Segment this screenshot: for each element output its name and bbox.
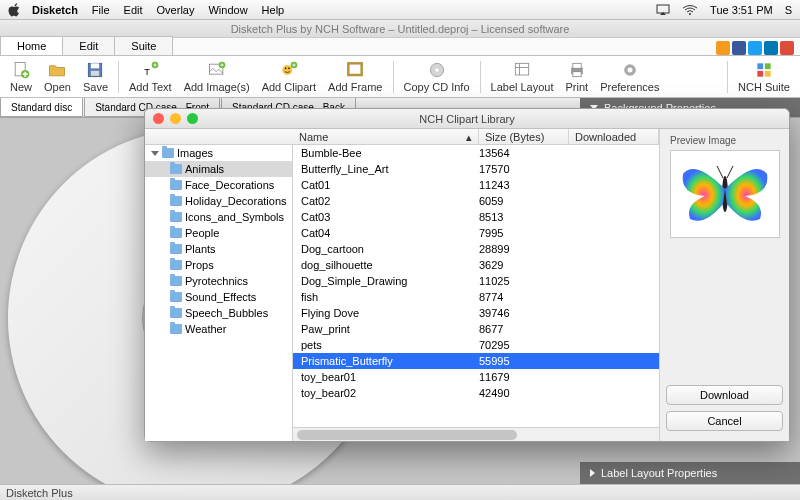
folder-icon bbox=[170, 292, 182, 302]
folder-icon bbox=[170, 276, 182, 286]
list-row[interactable]: toy_bear0242490 bbox=[293, 385, 659, 401]
save-button[interactable]: Save bbox=[77, 57, 114, 97]
minimize-icon[interactable] bbox=[170, 113, 181, 124]
tree-item[interactable]: Animals bbox=[145, 161, 292, 177]
tab-home[interactable]: Home bbox=[0, 36, 63, 55]
list-row[interactable]: Cat038513 bbox=[293, 209, 659, 225]
list-row[interactable]: Cat026059 bbox=[293, 193, 659, 209]
folder-icon bbox=[170, 164, 182, 174]
label-layout-button[interactable]: Label Layout bbox=[485, 57, 560, 97]
list-row[interactable]: toy_bear0111679 bbox=[293, 369, 659, 385]
doctab-disc[interactable]: Standard disc bbox=[0, 98, 83, 117]
gplus-icon[interactable] bbox=[780, 41, 794, 55]
menu-overlay[interactable]: Overlay bbox=[157, 4, 195, 16]
apple-icon bbox=[8, 3, 22, 17]
airplay-icon[interactable] bbox=[656, 4, 670, 16]
tree-item[interactable]: Pyrotechnics bbox=[145, 273, 292, 289]
list-row[interactable]: Dog_Simple_Drawing11025 bbox=[293, 273, 659, 289]
list-row[interactable]: Prismatic_Butterfly55995 bbox=[293, 353, 659, 369]
horizontal-scrollbar[interactable] bbox=[293, 427, 659, 441]
list-body[interactable]: Bumble-Bee13564Butterfly_Line_Art17570Ca… bbox=[293, 145, 659, 427]
tree-item[interactable]: Weather bbox=[145, 321, 292, 337]
svg-rect-0 bbox=[657, 5, 669, 13]
open-button[interactable]: Open bbox=[38, 57, 77, 97]
mac-menubar: Disketch File Edit Overlay Window Help T… bbox=[0, 0, 800, 20]
folder-icon bbox=[170, 196, 182, 206]
folder-icon bbox=[162, 148, 174, 158]
svg-rect-24 bbox=[757, 63, 763, 69]
list-row[interactable]: Flying Dove39746 bbox=[293, 305, 659, 321]
nch-suite-button[interactable]: NCH Suite bbox=[732, 57, 796, 97]
zoom-icon[interactable] bbox=[187, 113, 198, 124]
linkedin-icon[interactable] bbox=[764, 41, 778, 55]
list-row[interactable]: Bumble-Bee13564 bbox=[293, 145, 659, 161]
tree-item[interactable]: Holiday_Decorations bbox=[145, 193, 292, 209]
like-icon[interactable] bbox=[716, 41, 730, 55]
menu-window[interactable]: Window bbox=[208, 4, 247, 16]
preview-image bbox=[670, 150, 780, 238]
menubar-user[interactable]: S bbox=[785, 4, 792, 16]
facebook-icon[interactable] bbox=[732, 41, 746, 55]
list-row[interactable]: fish8774 bbox=[293, 289, 659, 305]
tree-item[interactable]: Face_Decorations bbox=[145, 177, 292, 193]
list-row[interactable]: Paw_print8677 bbox=[293, 321, 659, 337]
list-row[interactable]: Butterfly_Line_Art17570 bbox=[293, 161, 659, 177]
svg-rect-20 bbox=[573, 63, 581, 68]
file-list: Name ▴ Size (Bytes) Downloaded Bumble-Be… bbox=[293, 129, 659, 441]
svg-rect-27 bbox=[765, 71, 771, 77]
menubar-clock[interactable]: Tue 3:51 PM bbox=[710, 4, 773, 16]
svg-line-30 bbox=[727, 166, 733, 178]
col-size[interactable]: Size (Bytes) bbox=[479, 129, 569, 144]
svg-rect-25 bbox=[765, 63, 771, 69]
menu-file[interactable]: File bbox=[92, 4, 110, 16]
tree-root[interactable]: Images bbox=[145, 145, 292, 161]
preferences-button[interactable]: Preferences bbox=[594, 57, 665, 97]
print-button[interactable]: Print bbox=[560, 57, 595, 97]
add-images-button[interactable]: Add Image(s) bbox=[178, 57, 256, 97]
chevron-right-icon bbox=[590, 469, 595, 477]
list-row[interactable]: pets70295 bbox=[293, 337, 659, 353]
ribbon-tabs: Home Edit Suite bbox=[0, 38, 800, 56]
social-icons bbox=[716, 41, 800, 55]
list-row[interactable]: dog_silhouette3629 bbox=[293, 257, 659, 273]
list-row[interactable]: Dog_cartoon28899 bbox=[293, 241, 659, 257]
add-clipart-button[interactable]: Add Clipart bbox=[256, 57, 322, 97]
tree-item[interactable]: Plants bbox=[145, 241, 292, 257]
svg-point-17 bbox=[435, 68, 438, 71]
list-row[interactable]: Cat047995 bbox=[293, 225, 659, 241]
preview-label: Preview Image bbox=[666, 135, 736, 146]
tab-edit[interactable]: Edit bbox=[62, 36, 115, 55]
add-frame-button[interactable]: Add Frame bbox=[322, 57, 388, 97]
folder-icon bbox=[170, 180, 182, 190]
category-tree[interactable]: Images AnimalsFace_DecorationsHoliday_De… bbox=[145, 129, 293, 441]
menu-help[interactable]: Help bbox=[262, 4, 285, 16]
twitter-icon[interactable] bbox=[748, 41, 762, 55]
wifi-icon[interactable] bbox=[682, 5, 698, 15]
list-row[interactable]: Cat0111243 bbox=[293, 177, 659, 193]
download-button[interactable]: Download bbox=[666, 385, 783, 405]
dialog-titlebar[interactable]: NCH Clipart Library bbox=[145, 109, 789, 129]
new-button[interactable]: New bbox=[4, 57, 38, 97]
copy-cd-button[interactable]: Copy CD Info bbox=[398, 57, 476, 97]
tree-item[interactable]: Props bbox=[145, 257, 292, 273]
menu-edit[interactable]: Edit bbox=[124, 4, 143, 16]
disclosure-icon[interactable] bbox=[151, 151, 159, 156]
cancel-button[interactable]: Cancel bbox=[666, 411, 783, 431]
col-downloaded[interactable]: Downloaded bbox=[569, 129, 659, 144]
col-name[interactable]: Name ▴ bbox=[293, 129, 479, 144]
add-text-button[interactable]: TAdd Text bbox=[123, 57, 178, 97]
list-header[interactable]: Name ▴ Size (Bytes) Downloaded bbox=[293, 129, 659, 145]
tree-item[interactable]: Speech_Bubbles bbox=[145, 305, 292, 321]
toolbar: New Open Save TAdd Text Add Image(s) Add… bbox=[0, 56, 800, 98]
folder-icon bbox=[170, 244, 182, 254]
svg-text:T: T bbox=[144, 67, 150, 77]
tree-item[interactable]: People bbox=[145, 225, 292, 241]
tree-item[interactable]: Sound_Effects bbox=[145, 289, 292, 305]
window-title: Disketch Plus by NCH Software – Untitled… bbox=[231, 23, 570, 35]
tree-item[interactable]: Icons_and_Symbols bbox=[145, 209, 292, 225]
label-layout-header[interactable]: Label Layout Properties bbox=[580, 462, 800, 484]
tab-suite[interactable]: Suite bbox=[114, 36, 173, 55]
folder-icon bbox=[170, 308, 182, 318]
close-icon[interactable] bbox=[153, 113, 164, 124]
app-menu[interactable]: Disketch bbox=[32, 4, 78, 16]
